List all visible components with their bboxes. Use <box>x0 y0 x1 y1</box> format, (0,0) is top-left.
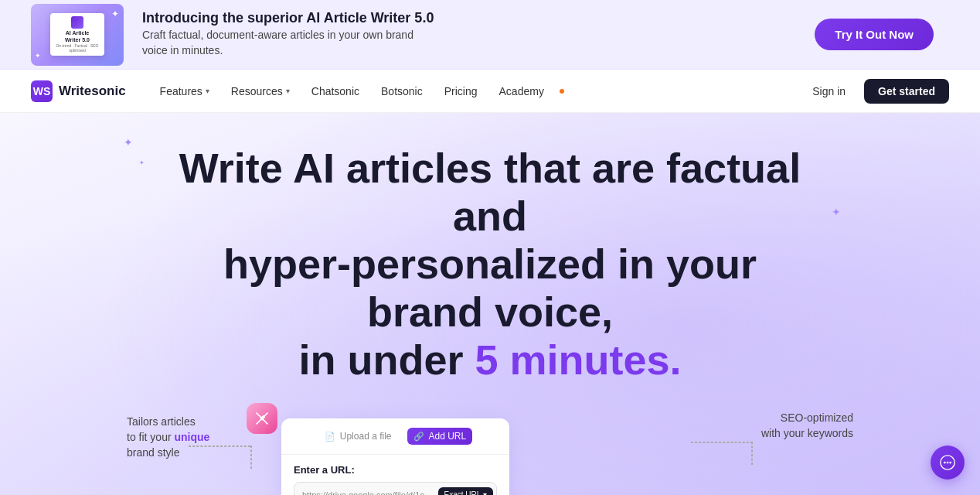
sparkle-icon: ✦ <box>111 9 117 15</box>
nav-label-chatsonic: Chatsonic <box>311 85 359 97</box>
card-title: AI Article Writer 5.0 <box>65 30 90 43</box>
nav-label-features: Features <box>160 85 202 97</box>
top-banner: AI Article Writer 5.0 On-trend · Factual… <box>0 0 980 70</box>
get-started-button[interactable]: Get started <box>864 79 949 104</box>
chat-icon <box>939 454 956 471</box>
hero-title-line3-prefix: in under <box>298 336 475 383</box>
url-match-chevron: ▾ <box>483 490 487 495</box>
url-match-label: Exact URL <box>444 490 481 495</box>
annotation-brand-style: Tailors articles to fit your unique bran… <box>127 415 209 460</box>
chevron-down-icon: ▾ <box>286 87 290 95</box>
annotation-highlight-unique: unique <box>174 431 209 443</box>
upload-file-tab[interactable]: 📄 Upload a file <box>318 428 398 445</box>
navbar-nav: Features ▾ Resources ▾ Chatsonic Botsoni… <box>151 80 804 102</box>
hero-title: Write AI articles that are factual and h… <box>173 144 807 384</box>
hero-title-line2: hyper-personalized in your brand voice, <box>223 241 757 335</box>
banner-image: AI Article Writer 5.0 On-trend · Factual… <box>31 4 124 66</box>
svg-point-0 <box>260 417 264 421</box>
navbar-right: Sign in Get started <box>803 79 949 104</box>
notification-dot <box>560 89 564 94</box>
nav-item-botsonic[interactable]: Botsonic <box>372 80 432 102</box>
annotation-text-brand-style: brand style <box>127 446 179 459</box>
nav-label-resources: Resources <box>231 85 283 97</box>
svg-point-5 <box>949 462 951 464</box>
floating-icon-brand <box>247 403 277 434</box>
annotation-text-tailors: Tailors articles <box>127 415 196 428</box>
banner-text: Introducing the superior AI Article Writ… <box>142 10 434 58</box>
wand-icon <box>254 411 270 426</box>
sparkle-star2-icon: ✦ <box>139 159 145 166</box>
hero-section: ✦ ✦ ✦ Write AI articles that are factual… <box>0 113 980 495</box>
hero-diagram: Tailors articles to fit your unique bran… <box>119 399 861 495</box>
sign-in-button[interactable]: Sign in <box>803 80 855 102</box>
navbar: WS Writesonic Features ▾ Resources ▾ Cha… <box>0 70 980 113</box>
chat-widget-button[interactable] <box>931 446 965 480</box>
ws-logo-small <box>71 16 83 29</box>
nav-item-resources[interactable]: Resources ▾ <box>222 80 299 102</box>
upload-icon: 📄 <box>325 432 335 442</box>
add-url-tab[interactable]: 🔗 Add URL <box>407 428 473 445</box>
navbar-logo[interactable]: WS Writesonic <box>31 80 126 102</box>
url-card-header: 📄 Upload a file 🔗 Add URL <box>281 418 509 455</box>
sparkle2-icon: ✦ <box>35 52 41 60</box>
banner-description: Craft factual, document-aware articles i… <box>142 28 420 58</box>
banner-cta-button[interactable]: Try It Out Now <box>815 19 934 50</box>
url-input-row[interactable]: https://drive.google.com/file/d/1o... Ex… <box>294 482 497 495</box>
dashed-line-brand-v <box>250 446 252 469</box>
svg-point-4 <box>947 462 949 464</box>
nav-item-academy[interactable]: Academy <box>490 80 553 102</box>
nav-item-features[interactable]: Features ▾ <box>151 80 219 102</box>
url-input-value: https://drive.google.com/file/d/1o... <box>302 490 432 495</box>
url-card-body: Enter a URL: https://drive.google.com/fi… <box>281 455 509 495</box>
dashed-line-seo <box>691 442 753 443</box>
card-subtitle: On-trend · Factual · SEO optimised <box>53 43 101 53</box>
hero-title-line1: Write AI articles that are factual and <box>179 145 801 239</box>
banner-left: AI Article Writer 5.0 On-trend · Factual… <box>31 4 434 66</box>
url-input-card: 📄 Upload a file 🔗 Add URL Enter a URL: h… <box>281 418 509 495</box>
link-icon: 🔗 <box>413 432 424 442</box>
svg-point-3 <box>944 462 946 464</box>
annotation-text-seo: SEO-optimized <box>781 411 853 424</box>
dashed-line-seo-v <box>751 442 753 465</box>
annotation-seo: SEO-optimized with your keywords <box>761 411 853 441</box>
upload-file-label: Upload a file <box>340 431 392 442</box>
banner-heading: Introducing the superior AI Article Writ… <box>142 10 434 26</box>
url-field-label: Enter a URL: <box>294 464 497 476</box>
logo-icon: WS <box>31 80 53 102</box>
nav-label-pricing: Pricing <box>444 85 478 97</box>
url-match-button[interactable]: Exact URL ▾ <box>438 487 493 495</box>
annotation-text-to-fit: to fit your <box>127 431 172 443</box>
sparkle-star3-icon: ✦ <box>832 206 841 218</box>
nav-item-pricing[interactable]: Pricing <box>435 80 487 102</box>
chevron-down-icon: ▾ <box>206 87 209 95</box>
banner-preview-card: AI Article Writer 5.0 On-trend · Factual… <box>50 13 104 56</box>
nav-label-academy: Academy <box>499 85 544 97</box>
nav-item-chatsonic[interactable]: Chatsonic <box>302 80 369 102</box>
annotation-text-keywords: with your keywords <box>761 427 853 439</box>
hero-title-highlight: 5 minutes. <box>475 336 681 383</box>
nav-label-botsonic: Botsonic <box>381 85 423 97</box>
sparkle-star-icon: ✦ <box>124 136 133 148</box>
logo-text: Writesonic <box>59 84 126 99</box>
add-url-label: Add URL <box>429 431 467 442</box>
